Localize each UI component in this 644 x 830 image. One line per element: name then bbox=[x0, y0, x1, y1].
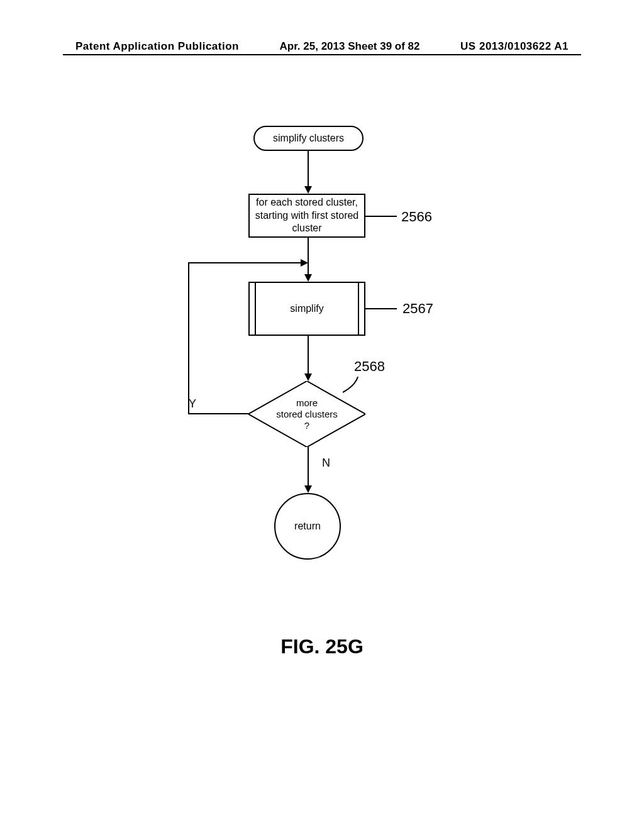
decision-no-label: N bbox=[322, 456, 330, 470]
ref-leader-2568 bbox=[343, 377, 362, 396]
svg-marker-8 bbox=[304, 485, 312, 493]
ref-leader-2566 bbox=[365, 216, 397, 217]
header-patent-number: US 2013/0103622 A1 bbox=[460, 40, 569, 53]
decision-yes-label: Y bbox=[189, 397, 196, 411]
flow-process-foreach: for each stored cluster, starting with f… bbox=[248, 194, 365, 238]
svg-marker-9 bbox=[301, 259, 308, 267]
figure-label: FIG. 25G bbox=[0, 635, 644, 658]
arrow-decision-no-to-return bbox=[304, 447, 313, 494]
ref-leader-2567 bbox=[365, 308, 397, 309]
flow-return-terminal: return bbox=[274, 493, 341, 560]
ref-label-2568: 2568 bbox=[354, 358, 385, 375]
arrow-start-to-process bbox=[304, 151, 313, 195]
header-divider bbox=[63, 54, 581, 55]
svg-marker-2 bbox=[304, 186, 312, 194]
flow-start-terminal: simplify clusters bbox=[253, 126, 364, 151]
header-sheet: Apr. 25, 2013 Sheet 39 of 82 bbox=[280, 40, 420, 53]
ref-label-2567: 2567 bbox=[402, 301, 433, 317]
header-publication: Patent Application Publication bbox=[75, 40, 239, 53]
decision-line3: ? bbox=[304, 420, 309, 431]
ref-label-2566: 2566 bbox=[401, 209, 432, 225]
arrow-decision-yes-loop bbox=[182, 257, 314, 420]
